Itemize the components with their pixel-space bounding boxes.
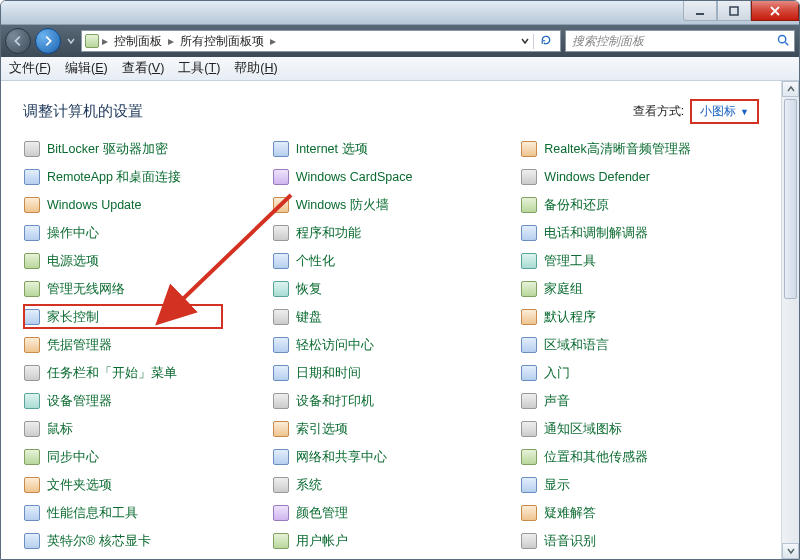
control-panel-item[interactable]: 入门 <box>520 362 759 384</box>
control-panel-item[interactable]: 电话和调制解调器 <box>520 222 759 244</box>
control-panel-item[interactable]: 设备管理器 <box>23 390 262 412</box>
search-icon <box>776 33 790 50</box>
control-panel-item-label: 文件夹选项 <box>47 477 112 494</box>
network-share-icon <box>272 448 290 466</box>
control-panel-item-label: 颜色管理 <box>296 505 348 522</box>
control-panel-item[interactable]: 电源选项 <box>23 250 262 272</box>
view-by-label: 查看方式: <box>633 103 684 120</box>
maximize-button[interactable] <box>717 1 751 21</box>
back-button[interactable] <box>5 28 31 54</box>
control-panel-item[interactable]: BitLocker 驱动器加密 <box>23 138 262 160</box>
control-panel-item[interactable]: 文件夹选项 <box>23 474 262 496</box>
menu-tools[interactable]: 工具(T) <box>178 60 220 77</box>
control-panel-item[interactable]: 鼠标 <box>23 418 262 440</box>
menu-help[interactable]: 帮助(H) <box>234 60 277 77</box>
control-panel-item[interactable]: 操作中心 <box>23 222 262 244</box>
device-mgr-icon <box>23 392 41 410</box>
scrollbar[interactable] <box>781 81 799 559</box>
indexing-icon <box>272 420 290 438</box>
scroll-down-button[interactable] <box>782 543 799 559</box>
getting-started-icon <box>520 364 538 382</box>
history-dropdown[interactable] <box>65 37 77 45</box>
breadcrumb-dropdown[interactable] <box>517 34 533 48</box>
control-panel-item[interactable]: 个性化 <box>272 250 511 272</box>
control-panel-item[interactable]: Windows 防火墙 <box>272 194 511 216</box>
scroll-up-button[interactable] <box>782 81 799 97</box>
control-panel-item-label: 网络和共享中心 <box>296 449 387 466</box>
control-panel-item[interactable]: Windows Update <box>23 194 262 216</box>
minimize-button[interactable] <box>683 1 717 21</box>
control-panel-item-label: 电源选项 <box>47 253 99 270</box>
breadcrumb-item[interactable]: 所有控制面板项 <box>174 31 270 51</box>
control-panel-item[interactable]: 同步中心 <box>23 446 262 468</box>
control-panel-item-label: 管理无线网络 <box>47 281 125 298</box>
control-panel-item-label: 性能信息和工具 <box>47 505 138 522</box>
svg-rect-0 <box>696 13 704 15</box>
control-panel-item[interactable]: Windows Defender <box>520 166 759 188</box>
menu-view[interactable]: 查看(V) <box>122 60 165 77</box>
control-panel-item-label: BitLocker 驱动器加密 <box>47 141 168 158</box>
control-panel-item[interactable]: 程序和功能 <box>272 222 511 244</box>
control-panel-item[interactable]: 用户帐户 <box>272 530 511 552</box>
control-panel-item[interactable]: 字体 <box>520 558 759 559</box>
control-panel-item[interactable]: Windows CardSpace <box>272 166 511 188</box>
control-panel-item[interactable]: 英特尔® 核芯显卡 <box>23 530 262 552</box>
breadcrumb-item[interactable]: 控制面板 <box>108 31 168 51</box>
menu-file[interactable]: 文件(F) <box>9 60 51 77</box>
control-panel-item[interactable]: 凭据管理器 <box>23 334 262 356</box>
control-panel-item-label: Internet 选项 <box>296 141 368 158</box>
control-panel-item-label: 键盘 <box>296 309 322 326</box>
content-area: 调整计算机的设置 查看方式: 小图标 ▼ BitLocker 驱动器加密Inte… <box>1 81 799 559</box>
control-panel-item[interactable]: 管理无线网络 <box>23 278 262 300</box>
search-box[interactable] <box>565 30 795 52</box>
control-panel-item[interactable]: 管理工具 <box>520 250 759 272</box>
control-panel-item[interactable]: 位置和其他传感器 <box>520 446 759 468</box>
control-panel-item[interactable]: 声音 <box>520 390 759 412</box>
control-panel-item[interactable]: 任务栏和「开始」菜单 <box>23 362 262 384</box>
forward-button[interactable] <box>35 28 61 54</box>
control-panel-item-label: 管理工具 <box>544 253 596 270</box>
control-panel-item[interactable]: 语音识别 <box>520 530 759 552</box>
control-panel-item[interactable]: 性能信息和工具 <box>23 502 262 524</box>
control-panel-item-label: 恢复 <box>296 281 322 298</box>
homegroup-icon <box>520 280 538 298</box>
control-panel-item[interactable]: 疑难解答 <box>520 502 759 524</box>
control-panel-item-label: Realtek高清晰音频管理器 <box>544 141 690 158</box>
control-panel-item-label: RemoteApp 和桌面连接 <box>47 169 181 186</box>
control-panel-item[interactable]: 恢复 <box>272 278 511 300</box>
control-panel-item[interactable]: Internet 选项 <box>272 138 511 160</box>
control-panel-item[interactable]: 键盘 <box>272 306 511 328</box>
control-panel-item[interactable]: 系统 <box>272 474 511 496</box>
control-panel-item[interactable]: 桌面小工具 <box>23 558 262 559</box>
menu-bar: 文件(F) 编辑(E) 查看(V) 工具(T) 帮助(H) <box>1 57 799 81</box>
menu-edit[interactable]: 编辑(E) <box>65 60 108 77</box>
breadcrumb-bar[interactable]: ▸ 控制面板 ▸ 所有控制面板项 ▸ <box>81 30 561 52</box>
control-panel-item-label: Windows 防火墙 <box>296 197 389 214</box>
control-panel-item[interactable]: 设备和打印机 <box>272 390 511 412</box>
control-panel-item-label: 英特尔® 核芯显卡 <box>47 533 151 550</box>
control-panel-item[interactable]: 家庭组 <box>520 278 759 300</box>
windows-update-icon <box>23 196 41 214</box>
minimize-icon <box>694 5 706 17</box>
view-by-dropdown[interactable]: 小图标 ▼ <box>690 99 759 124</box>
control-panel-item[interactable]: 区域和语言 <box>520 334 759 356</box>
control-panel-item[interactable]: 备份和还原 <box>520 194 759 216</box>
control-panel-item[interactable]: 网络和共享中心 <box>272 446 511 468</box>
control-panel-item[interactable]: 颜色管理 <box>272 502 511 524</box>
control-panel-item-label: 显示 <box>544 477 570 494</box>
control-panel-item[interactable]: 家长控制 <box>23 306 262 328</box>
control-panel-item[interactable]: 显示 <box>520 474 759 496</box>
personalize-icon <box>272 252 290 270</box>
control-panel-item[interactable]: Realtek高清晰音频管理器 <box>520 138 759 160</box>
scroll-thumb[interactable] <box>784 99 797 299</box>
close-button[interactable] <box>751 1 799 21</box>
control-panel-item[interactable]: 索引选项 <box>272 418 511 440</box>
control-panel-item[interactable]: 自动播放 <box>272 558 511 559</box>
refresh-button[interactable] <box>533 34 558 49</box>
control-panel-item[interactable]: 日期和时间 <box>272 362 511 384</box>
control-panel-item[interactable]: 轻松访问中心 <box>272 334 511 356</box>
control-panel-item[interactable]: RemoteApp 和桌面连接 <box>23 166 262 188</box>
search-input[interactable] <box>570 33 776 49</box>
control-panel-item[interactable]: 默认程序 <box>520 306 759 328</box>
control-panel-item[interactable]: 通知区域图标 <box>520 418 759 440</box>
